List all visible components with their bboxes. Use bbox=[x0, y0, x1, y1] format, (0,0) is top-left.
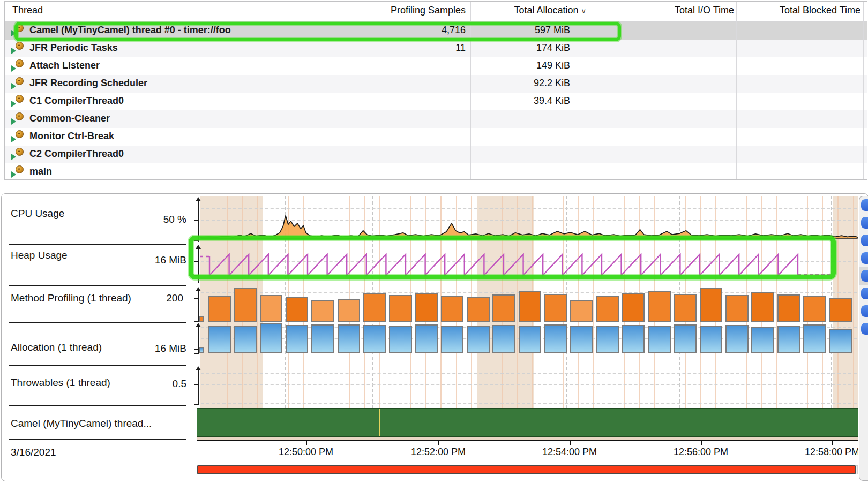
thread-name: JFR Recording Scheduler bbox=[29, 78, 147, 89]
axis-tick-label-2: 16 MiB bbox=[128, 254, 186, 266]
row-label-1: CPU Usage bbox=[11, 208, 64, 220]
chart-control-button[interactable] bbox=[861, 252, 868, 264]
expand-triangle-icon[interactable] bbox=[11, 118, 16, 125]
allocation-stub-bar bbox=[199, 347, 204, 353]
allocation-bar bbox=[570, 326, 593, 353]
allocation-bar bbox=[829, 329, 852, 353]
date-label: 3/16/2021 bbox=[11, 447, 56, 458]
column-separator bbox=[608, 2, 608, 179]
thread-table-panel: Thread Profiling Samples Total Allocatio… bbox=[4, 1, 867, 180]
table-row[interactable]: JFR Recording Scheduler92.2 KiB bbox=[5, 75, 867, 93]
thread-icon bbox=[11, 24, 25, 37]
time-tick-label: 12:54:00 PM bbox=[529, 447, 610, 458]
method-profiling-bar bbox=[286, 297, 309, 322]
expand-triangle-icon[interactable] bbox=[11, 65, 16, 72]
allocation-bar bbox=[311, 324, 334, 353]
time-axis-line bbox=[197, 440, 858, 441]
row-label-3: Method Profiling (1 thread) bbox=[11, 292, 131, 304]
column-separator bbox=[470, 2, 471, 179]
thread-name: Common-Cleaner bbox=[29, 113, 110, 124]
method-profiling-bar bbox=[234, 288, 257, 322]
thread-icon bbox=[11, 42, 25, 55]
allocation-bar bbox=[208, 326, 231, 353]
gear-icon bbox=[16, 112, 24, 120]
method-profiling-bar bbox=[803, 296, 826, 322]
axis-tick-label-1: 50 % bbox=[128, 214, 186, 225]
thread-activity-bar[interactable] bbox=[197, 408, 858, 437]
column-header-total-allocation[interactable]: Total Allocation ∨ bbox=[480, 5, 586, 21]
table-row[interactable]: C1 CompilerThread039.4 KiB bbox=[5, 93, 867, 110]
chart-control-button[interactable] bbox=[861, 323, 868, 335]
allocation-bar bbox=[467, 326, 490, 353]
expand-triangle-icon[interactable] bbox=[11, 154, 16, 160]
method-profiling-bar bbox=[596, 296, 619, 322]
allocation-bar bbox=[338, 324, 361, 353]
time-tick-label: 12:52:00 PM bbox=[398, 447, 478, 458]
allocation-bar bbox=[622, 325, 645, 353]
allocation-bar bbox=[544, 324, 567, 353]
method-profiling-bar bbox=[467, 297, 490, 322]
expand-triangle-icon[interactable] bbox=[11, 101, 16, 107]
thread-name: C2 CompilerThread0 bbox=[29, 148, 124, 160]
table-row[interactable]: Camel (MyTinyCamel) thread #0 - timer://… bbox=[5, 22, 867, 40]
table-row[interactable]: Common-Cleaner bbox=[5, 110, 867, 128]
expand-triangle-icon[interactable] bbox=[11, 136, 16, 142]
method-profiling-stub-bar bbox=[199, 316, 204, 322]
method-profiling-bar bbox=[415, 293, 438, 322]
thread-name: Attach Listener bbox=[29, 60, 100, 71]
time-tick-label: 12:56:00 PM bbox=[661, 447, 741, 458]
sort-desc-icon: ∨ bbox=[581, 7, 586, 15]
time-axis-tick bbox=[570, 440, 571, 445]
method-profiling-bar bbox=[389, 295, 412, 322]
total-allocation-value: 597 MiB bbox=[480, 25, 570, 36]
row-divider bbox=[9, 244, 186, 245]
thread-icon bbox=[11, 148, 25, 161]
thread-name: C1 CompilerThread0 bbox=[29, 95, 124, 107]
method-profiling-bar bbox=[260, 295, 283, 322]
chart-control-button[interactable] bbox=[861, 288, 868, 299]
gear-icon bbox=[16, 42, 24, 50]
table-row[interactable]: Monitor Ctrl-Break bbox=[5, 128, 867, 146]
gear-icon bbox=[16, 24, 24, 32]
method-profiling-bar bbox=[338, 299, 361, 322]
gear-icon bbox=[16, 165, 24, 173]
allocation-bar bbox=[389, 326, 412, 353]
allocation-bar bbox=[777, 326, 800, 353]
chart-control-button[interactable] bbox=[861, 217, 868, 229]
chart-control-button[interactable] bbox=[861, 235, 868, 246]
expand-triangle-icon[interactable] bbox=[11, 171, 16, 178]
table-row[interactable]: main bbox=[5, 163, 867, 180]
chart-control-button[interactable] bbox=[861, 199, 868, 211]
expand-triangle-icon[interactable] bbox=[11, 30, 16, 36]
method-profiling-bar bbox=[363, 293, 386, 322]
column-header-thread[interactable]: Thread bbox=[12, 5, 43, 21]
heap-usage-chart bbox=[197, 244, 858, 284]
table-row[interactable]: C2 CompilerThread0 bbox=[5, 146, 867, 163]
thread-icon bbox=[11, 59, 25, 72]
chart-control-button[interactable] bbox=[861, 270, 868, 282]
column-header-profiling-samples[interactable]: Profiling Samples bbox=[360, 5, 466, 21]
activity-marker bbox=[379, 409, 380, 436]
table-row[interactable]: Attach Listener149 KiB bbox=[5, 57, 867, 75]
column-separator bbox=[350, 2, 350, 179]
column-header-total-blocked-time[interactable]: Total Blocked Time bbox=[746, 5, 860, 21]
chart-control-button[interactable] bbox=[861, 305, 868, 317]
total-allocation-value: 92.2 KiB bbox=[480, 78, 570, 89]
thread-icon bbox=[11, 95, 25, 108]
gear-icon bbox=[16, 148, 24, 156]
time-axis-tick bbox=[438, 440, 439, 445]
method-profiling-bar bbox=[441, 296, 464, 322]
column-header-total-io-time[interactable]: Total I/O Time bbox=[617, 5, 734, 21]
method-profiling-bar bbox=[751, 292, 774, 322]
thread-icon bbox=[11, 165, 25, 178]
total-allocation-value: 149 KiB bbox=[480, 60, 570, 71]
row-divider bbox=[9, 322, 186, 323]
method-profiling-bar bbox=[544, 294, 567, 322]
table-row[interactable]: JFR Periodic Tasks11174 KiB bbox=[5, 40, 867, 57]
expand-triangle-icon[interactable] bbox=[11, 48, 16, 54]
expand-triangle-icon[interactable] bbox=[11, 83, 16, 89]
method-profiling-bar bbox=[725, 295, 749, 322]
row-label-4: Allocation (1 thread) bbox=[11, 342, 102, 353]
horizontal-scrollbar[interactable] bbox=[197, 465, 856, 474]
time-axis-tick bbox=[832, 440, 833, 445]
